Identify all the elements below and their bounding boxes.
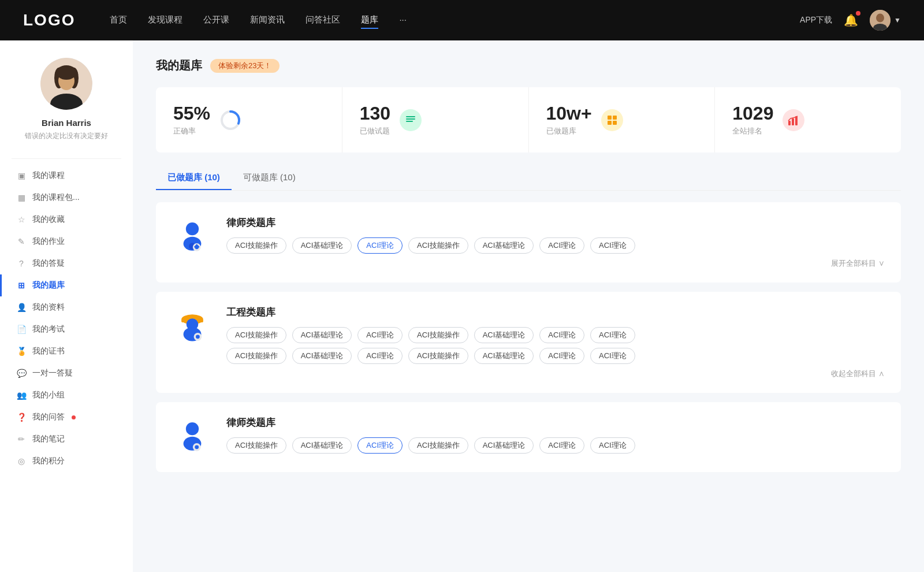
avatar-image [870,10,891,31]
sidebar-item-my-points[interactable]: ◎ 我的积分 [0,450,133,472]
tag-lawyer-1-5[interactable]: ACI理论 [539,237,584,254]
sidebar-item-my-data[interactable]: 👤 我的资料 [0,296,133,318]
data-icon: 👤 [16,302,27,313]
tag-lawyer-2-3[interactable]: ACI技能操作 [408,437,468,454]
tag-eng-2-1[interactable]: ACI基础理论 [292,348,352,364]
nav-news[interactable]: 新闻资讯 [250,12,285,29]
sidebar-item-my-notes[interactable]: ✏ 我的笔记 [0,428,133,450]
sidebar-item-my-qa[interactable]: ? 我的答疑 [0,252,133,274]
svg-rect-13 [406,116,415,117]
sidebar-item-my-cert[interactable]: 🏅 我的证书 [0,340,133,362]
tag-lawyer-1-3[interactable]: ACI技能操作 [408,237,468,254]
exam-icon: 📄 [16,324,27,335]
sidebar-label: 我的课程 [32,170,65,181]
list-orange-icon [601,109,623,131]
sidebar-item-my-collect[interactable]: ☆ 我的收藏 [0,209,133,231]
profile-name: Brian Harris [42,118,91,128]
nav-more[interactable]: ··· [399,12,407,29]
expand-link-lawyer-1[interactable]: 展开全部科目 ∨ [226,258,885,269]
tag-eng-2-6[interactable]: ACI理论 [590,348,635,364]
sidebar-label: 我的题库 [32,280,65,291]
svg-point-1 [876,14,884,23]
svg-point-33 [196,335,200,339]
app-download-button[interactable]: APP下载 [800,15,832,25]
svg-rect-20 [788,121,791,125]
svg-rect-14 [406,118,415,120]
nav-open-course[interactable]: 公开课 [203,12,229,29]
stat-accuracy-label: 正确率 [173,126,210,136]
tag-lawyer-2-6[interactable]: ACI理论 [590,437,635,454]
tag-eng-1-3[interactable]: ACI技能操作 [408,327,468,343]
chevron-down-icon: ▼ [894,16,901,24]
question-icon: ❓ [16,412,27,422]
tag-eng-1-0[interactable]: ACI技能操作 [226,327,286,343]
cert-icon: 🏅 [16,346,27,356]
tag-lawyer-1-2[interactable]: ACI理论 [357,237,403,254]
bank-title-engineer-1: 工程类题库 [226,306,885,319]
sidebar-label: 我的证书 [32,346,65,356]
engineer-icon [172,306,213,346]
stat-accuracy-text: 55% 正确率 [173,103,210,136]
profile-bio: 错误的决定比没有决定要好 [25,131,108,141]
nav-home[interactable]: 首页 [110,12,127,29]
svg-rect-15 [406,121,413,122]
tag-lawyer-1-0[interactable]: ACI技能操作 [226,237,286,254]
progress-circle-icon [219,109,241,131]
sidebar-item-my-exam[interactable]: 📄 我的考试 [0,318,133,340]
notification-bell[interactable]: 🔔 [844,13,858,27]
nav-bank[interactable]: 题库 [361,12,378,29]
sidebar-label: 我的资料 [32,302,65,313]
sidebar-item-one-on-one[interactable]: 💬 一对一答疑 [0,362,133,384]
bank-info-engineer-1: 工程类题库 ACI技能操作 ACI基础理论 ACI理论 ACI技能操作 ACI基… [226,306,885,379]
sidebar-item-my-homework[interactable]: ✎ 我的作业 [0,231,133,252]
bank-card-lawyer-2: 律师类题库 ACI技能操作 ACI基础理论 ACI理论 ACI技能操作 ACI基… [156,402,901,472]
sidebar-label: 我的作业 [32,236,65,247]
sidebar-label: 我的积分 [32,456,65,466]
stat-accuracy-value: 55% [173,103,210,124]
tag-lawyer-1-6[interactable]: ACI理论 [590,237,635,254]
tag-eng-1-2[interactable]: ACI理论 [357,327,403,343]
tag-eng-2-2[interactable]: ACI理论 [357,348,403,364]
sidebar-item-my-package[interactable]: ▦ 我的课程包... [0,187,133,209]
tag-lawyer-2-4[interactable]: ACI基础理论 [474,437,534,454]
stat-ranking: 1029 全站排名 [715,87,901,153]
tag-eng-1-1[interactable]: ACI基础理论 [292,327,352,343]
nav-discover[interactable]: 发现课程 [148,12,182,29]
profile-avatar-image [40,58,92,110]
tag-lawyer-2-1[interactable]: ACI基础理论 [292,437,352,454]
lawyer-icon [172,216,213,257]
expand-link-engineer-1[interactable]: 收起全部科目 ∧ [226,369,885,379]
stat-done-questions: 130 已做试题 [342,87,529,153]
user-avatar-wrap[interactable]: ▼ [870,10,901,31]
tag-eng-2-3[interactable]: ACI技能操作 [408,348,468,364]
sidebar-item-my-question[interactable]: ❓ 我的问答 [0,406,133,428]
star-icon: ☆ [16,214,27,225]
tag-lawyer-2-0[interactable]: ACI技能操作 [226,437,286,454]
tag-eng-1-5[interactable]: ACI理论 [539,327,584,343]
sidebar-label: 我的考试 [32,324,65,335]
tag-eng-2-4[interactable]: ACI基础理论 [474,348,534,364]
tag-lawyer-2-2[interactable]: ACI理论 [357,437,403,454]
svg-point-10 [57,66,76,80]
tag-lawyer-2-5[interactable]: ACI理论 [539,437,584,454]
tag-eng-1-6[interactable]: ACI理论 [590,327,635,343]
notes-icon: ✏ [16,434,27,444]
page-header: 我的题库 体验剩余23天！ [156,58,901,73]
sidebar-label: 我的笔记 [32,434,65,444]
sidebar-label: 一对一答疑 [32,368,73,378]
tag-lawyer-1-1[interactable]: ACI基础理论 [292,237,352,254]
tags-row-engineer-1a: ACI技能操作 ACI基础理论 ACI理论 ACI技能操作 ACI基础理论 AC… [226,327,885,343]
tag-lawyer-1-4[interactable]: ACI基础理论 [474,237,534,254]
tab-available-banks[interactable]: 可做题库 (10) [232,166,307,190]
nav-qa[interactable]: 问答社区 [305,12,340,29]
tag-eng-1-4[interactable]: ACI基础理论 [474,327,534,343]
tag-eng-2-0[interactable]: ACI技能操作 [226,348,286,364]
tag-eng-2-5[interactable]: ACI理论 [539,348,584,364]
stat-done-questions-value: 130 [360,103,390,124]
sidebar-item-my-group[interactable]: 👥 我的小组 [0,384,133,406]
sidebar-item-my-course[interactable]: ▣ 我的课程 [0,165,133,187]
list-green-icon [400,109,422,131]
svg-point-23 [186,222,199,235]
tab-done-banks[interactable]: 已做题库 (10) [156,166,232,190]
sidebar-item-my-bank[interactable]: ⊞ 我的题库 [0,274,133,296]
